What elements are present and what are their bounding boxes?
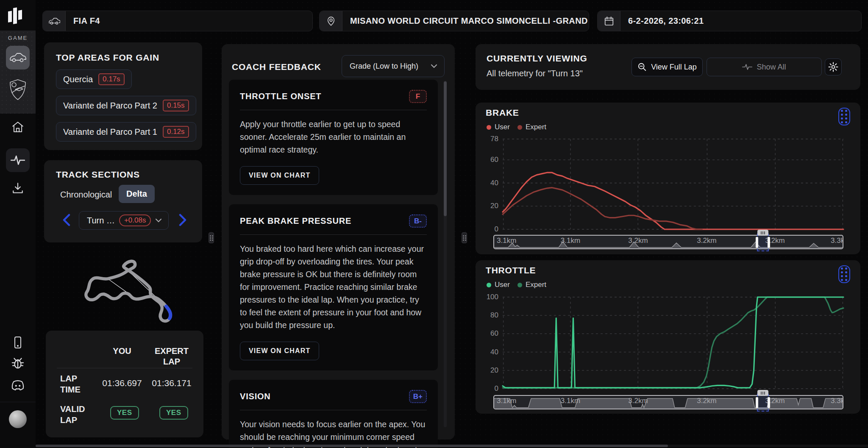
gain-item-quercia[interactable]: Quercia 0.17s bbox=[56, 70, 132, 89]
x-axis-label: 3.1km bbox=[561, 237, 580, 245]
x-axis-label: 3.2km bbox=[628, 237, 648, 245]
panel-resize-grip[interactable] bbox=[462, 232, 467, 243]
view-full-lap-label: View Full Lap bbox=[651, 63, 697, 72]
track-highlight-turn-13 bbox=[166, 306, 170, 319]
sidebar: GAME bbox=[0, 0, 36, 448]
y-axis-tick: 60 bbox=[490, 329, 498, 338]
game-shield-icon[interactable] bbox=[8, 78, 27, 102]
selection-grip[interactable] bbox=[757, 230, 768, 236]
feedback-card-vision: VISION B+ Your vision needs to focus ear… bbox=[229, 380, 438, 448]
coach-feedback-panel: COACH FEEDBACK Grade (Low to High) THROT… bbox=[222, 44, 455, 440]
home-icon[interactable] bbox=[11, 120, 25, 134]
session-date-selector[interactable]: 6-2-2026, 23:06:21 bbox=[597, 11, 862, 31]
track-name: MISANO WORLD CIRCUIT MARCO SIMONCELLI -G… bbox=[342, 16, 589, 26]
chart-title: THROTTLE bbox=[486, 265, 536, 275]
bug-report-icon[interactable] bbox=[11, 356, 25, 370]
app-logo-icon[interactable] bbox=[6, 4, 25, 26]
brake-chart-card: BRAKE User Expert 786040200 3.1km3.1km3.… bbox=[476, 103, 860, 254]
view-full-lap-button[interactable]: View Full Lap bbox=[632, 58, 703, 76]
download-icon[interactable] bbox=[11, 181, 25, 195]
chevron-down-icon bbox=[431, 64, 437, 68]
show-all-button[interactable]: Show All bbox=[707, 58, 822, 76]
location-pin-icon bbox=[320, 11, 342, 31]
brake-scrubber[interactable]: 3.1km3.1km3.2km3.2km3.2km3.3km bbox=[493, 235, 843, 249]
coach-scrollbar-thumb[interactable] bbox=[444, 81, 447, 216]
throttle-scrubber[interactable]: 3.1km3.1km3.2km3.2km3.2km3.3km bbox=[493, 395, 843, 409]
coach-scrollbar bbox=[444, 81, 447, 427]
valid-lap-you-badge: YES bbox=[110, 406, 139, 420]
feedback-title: VISION bbox=[240, 392, 271, 401]
x-axis-label: 3.1km bbox=[561, 397, 580, 405]
feedback-card-peak-brake-pressure: PEAK BRAKE PRESSURE B- You braked too ha… bbox=[229, 204, 438, 370]
drag-handle-icon[interactable] bbox=[838, 265, 850, 283]
drag-handle-icon[interactable] bbox=[838, 108, 850, 125]
grade-sort-dropdown[interactable]: Grade (Low to High) bbox=[342, 55, 445, 77]
row-label-valid-lap: VALID LAP bbox=[60, 403, 94, 426]
tab-delta[interactable]: Delta bbox=[119, 185, 155, 203]
discord-icon[interactable] bbox=[10, 378, 25, 392]
legend-label: User bbox=[495, 123, 510, 131]
selection-grip[interactable] bbox=[757, 390, 768, 396]
view-on-chart-button[interactable]: VIEW ON CHART bbox=[240, 166, 319, 185]
top-areas-title: TOP AREAS FOR GAIN bbox=[56, 53, 159, 63]
gain-badge: 0.17s bbox=[98, 73, 125, 85]
track-sections-card: TRACK SECTIONS Chronological Delta Turn … bbox=[44, 160, 202, 242]
session-datetime: 6-2-2026, 23:06:21 bbox=[620, 16, 704, 26]
selection-handle-left[interactable] bbox=[756, 237, 758, 248]
prev-section-chevron-icon[interactable] bbox=[61, 213, 72, 227]
view-on-chart-button[interactable]: VIEW ON CHART bbox=[240, 342, 319, 360]
feedback-divider bbox=[240, 410, 427, 410]
gain-item-variante-1[interactable]: Variante del Parco Part 1 0.12s bbox=[56, 122, 196, 142]
y-axis-tick: 80 bbox=[490, 311, 498, 320]
lap-time-you: 01:36.697 bbox=[98, 378, 146, 388]
legend-dot-user bbox=[487, 283, 491, 287]
brake-plot bbox=[503, 139, 843, 229]
game-racing-icon[interactable] bbox=[6, 46, 30, 70]
car-icon bbox=[43, 11, 66, 31]
chart-settings-button[interactable] bbox=[825, 58, 842, 75]
turn-label: Turn … bbox=[87, 216, 115, 225]
next-section-chevron-icon[interactable] bbox=[177, 213, 188, 227]
throttle-chart-card: THROTTLE User Expert 100806040200 3.1km3… bbox=[476, 260, 860, 414]
chart-title: BRAKE bbox=[486, 108, 519, 118]
x-axis-label: 3.3km bbox=[831, 237, 843, 245]
selection-handle-right[interactable] bbox=[768, 237, 770, 248]
x-axis-label: 3.1km bbox=[497, 237, 516, 245]
feedback-text: You braked too hard here which can incre… bbox=[240, 242, 427, 331]
gear-icon bbox=[828, 62, 838, 72]
y-axis-tick: 0 bbox=[495, 225, 498, 234]
x-axis-label: 3.2km bbox=[628, 397, 648, 405]
chart-legend: User Expert bbox=[487, 281, 546, 289]
horizontal-scrollbar-thumb[interactable] bbox=[36, 445, 668, 447]
selection-handle-left[interactable] bbox=[756, 397, 758, 408]
panel-resize-grip[interactable] bbox=[209, 232, 214, 243]
telemetry-app: GAME bbox=[0, 0, 868, 448]
selection-handle-right[interactable] bbox=[768, 397, 770, 408]
gain-item-variante-2[interactable]: Variante del Parco Part 2 0.15s bbox=[56, 96, 196, 115]
track-selector[interactable]: MISANO WORLD CIRCUIT MARCO SIMONCELLI -G… bbox=[319, 11, 589, 31]
tab-chronological[interactable]: Chronological bbox=[60, 190, 112, 200]
turn-select-dropdown[interactable]: Turn … +0.08s bbox=[79, 211, 169, 230]
top-areas-for-gain-card: TOP AREAS FOR GAIN Quercia 0.17s Variant… bbox=[44, 42, 202, 150]
turn-delta-badge: +0.08s bbox=[119, 214, 151, 226]
legend-dot-expert bbox=[517, 283, 522, 287]
grade-badge: B+ bbox=[409, 390, 427, 403]
telemetry-activity-icon[interactable] bbox=[6, 148, 30, 172]
user-avatar[interactable] bbox=[9, 410, 27, 428]
chart-legend: User Expert bbox=[487, 123, 546, 131]
grade-badge: F bbox=[409, 90, 427, 103]
waveform-icon bbox=[742, 63, 752, 71]
feedback-title: PEAK BRAKE PRESSURE bbox=[240, 216, 351, 226]
x-axis-label: 3.1km bbox=[497, 397, 516, 405]
valid-lap-expert-badge: YES bbox=[159, 406, 188, 420]
vehicle-name: FIA F4 bbox=[66, 16, 100, 26]
mobile-phone-icon[interactable] bbox=[11, 336, 25, 349]
currently-viewing-subtitle: All telemetry for "Turn 13" bbox=[487, 69, 583, 78]
coach-feedback-list: THROTTLE ONSET F Apply your throttle ear… bbox=[229, 80, 438, 448]
feedback-card-throttle-onset: THROTTLE ONSET F Apply your throttle ear… bbox=[229, 80, 438, 195]
y-axis-tick: 0 bbox=[495, 384, 498, 393]
vehicle-selector[interactable]: FIA F4 bbox=[42, 11, 313, 31]
y-axis-tick: 20 bbox=[490, 366, 498, 375]
lap-time-expert: 01:36.171 bbox=[147, 378, 196, 388]
feedback-title: THROTTLE ONSET bbox=[240, 92, 321, 101]
